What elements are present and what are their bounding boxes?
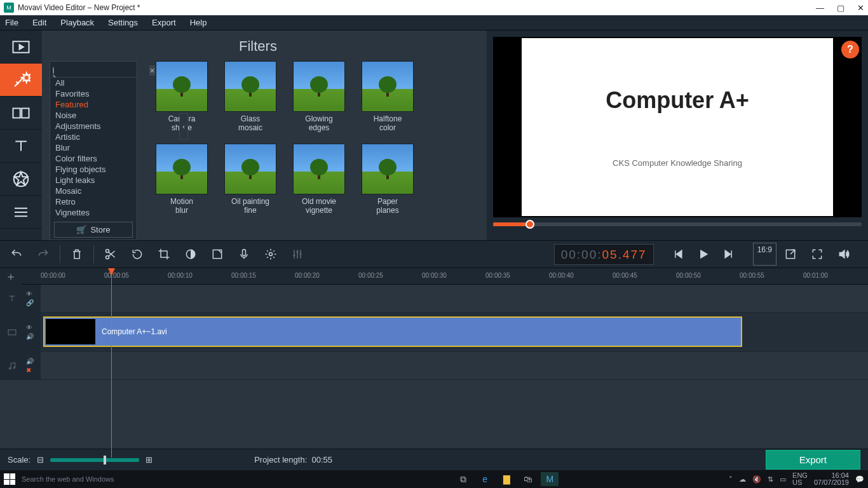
maximize-button[interactable]: ▢: [837, 3, 844, 13]
playhead[interactable]: [111, 268, 112, 458]
store-icon[interactable]: 🛍: [519, 472, 537, 486]
split-button[interactable]: [98, 243, 123, 266]
filter-thumb[interactable]: Halftonecolor: [355, 61, 421, 144]
clip-properties-button[interactable]: [205, 243, 230, 266]
audio-mixer-button[interactable]: [285, 243, 310, 266]
filter-category-favorites[interactable]: Favorites: [50, 88, 137, 99]
tool-titles[interactable]: [0, 130, 42, 163]
tray-volume-icon[interactable]: 🔇: [752, 475, 761, 484]
seek-thumb[interactable]: [526, 220, 534, 229]
filter-category-retro[interactable]: Retro: [50, 196, 137, 207]
filter-label: Paperplanes: [376, 197, 398, 215]
filter-thumb[interactable]: Paperplanes: [355, 144, 421, 226]
menu-edit[interactable]: Edit: [32, 18, 46, 27]
filter-thumb[interactable]: Oil paintingfine: [217, 144, 283, 226]
prev-frame-button[interactable]: [667, 243, 689, 266]
explorer-icon[interactable]: ▇: [498, 472, 515, 486]
tool-import[interactable]: [0, 30, 42, 64]
app-movavi-icon[interactable]: M: [541, 472, 559, 486]
filter-preview-icon: [362, 61, 414, 112]
start-button[interactable]: [4, 473, 15, 485]
tool-transitions[interactable]: [0, 97, 42, 130]
fullscreen-button[interactable]: [804, 243, 830, 266]
visibility-icon[interactable]: 👁: [26, 290, 34, 297]
timeline-ruler[interactable]: ＋ 00:00:0000:00:0500:00:1000:00:1500:00:…: [0, 268, 868, 285]
clear-search-button[interactable]: ✕: [149, 65, 155, 76]
aspect-ratio-selector[interactable]: 16:9: [753, 243, 776, 266]
scale-slider[interactable]: [50, 458, 139, 462]
filter-category-adjustments[interactable]: Adjustments: [50, 121, 137, 132]
collapse-categories-button[interactable]: ‹: [179, 113, 188, 140]
delete-button[interactable]: [64, 243, 90, 266]
redo-button[interactable]: [31, 243, 56, 266]
menu-export[interactable]: Export: [152, 18, 176, 27]
menu-bar: File Edit Playback Settings Export Help: [0, 15, 868, 30]
volume-button[interactable]: [831, 243, 857, 266]
color-adjust-button[interactable]: [178, 243, 203, 266]
zoom-in-button[interactable]: ⊞: [146, 455, 153, 464]
tray-clock[interactable]: 16:0407/07/2019: [814, 472, 849, 486]
crop-button[interactable]: [151, 243, 177, 266]
settings-button[interactable]: [258, 243, 283, 266]
play-button[interactable]: [692, 243, 715, 266]
mute-icon[interactable]: 🔊: [26, 358, 34, 365]
add-track-button[interactable]: ＋: [5, 269, 17, 284]
rotate-button[interactable]: [125, 243, 150, 266]
export-button[interactable]: Export: [766, 450, 860, 470]
tool-more[interactable]: [0, 196, 42, 229]
filter-thumb[interactable]: Motionblur: [149, 144, 215, 226]
ruler-mark: 00:00:40: [549, 272, 574, 279]
next-frame-button[interactable]: [717, 243, 740, 266]
filter-category-blur[interactable]: Blur: [50, 142, 137, 153]
task-view-icon[interactable]: ⧉: [454, 472, 472, 486]
store-button[interactable]: 🛒 Store: [54, 222, 133, 238]
filter-category-featured[interactable]: Featured: [50, 99, 137, 110]
menu-help[interactable]: Help: [190, 18, 207, 27]
filter-category-mosaic[interactable]: Mosaic: [50, 186, 137, 196]
timeline: ＋ 00:00:0000:00:0500:00:1000:00:1500:00:…: [0, 268, 868, 458]
tool-stickers[interactable]: [0, 163, 42, 196]
filter-thumb[interactable]: Glassmosaic: [217, 61, 283, 144]
filter-category-light-leaks[interactable]: Light leaks: [50, 175, 137, 186]
tray-network-icon[interactable]: ⇅: [768, 475, 773, 484]
svg-point-4: [14, 172, 29, 186]
minimize-button[interactable]: —: [816, 3, 824, 13]
audio-track[interactable]: 🔊✖: [0, 352, 868, 380]
fx-icon[interactable]: ✖: [26, 367, 34, 374]
timecode-display[interactable]: 00:00:05.477: [554, 244, 654, 265]
filter-category-color-filters[interactable]: Color filters: [50, 153, 137, 164]
title-track[interactable]: 👁🔗: [0, 285, 868, 313]
menu-playback[interactable]: Playback: [60, 18, 94, 27]
video-clip[interactable]: Computer A+~1.avi: [43, 316, 742, 347]
detach-preview-button[interactable]: [778, 243, 803, 266]
menu-settings[interactable]: Settings: [108, 18, 138, 27]
tray-notifications-icon[interactable]: 💬: [855, 475, 864, 484]
tray-battery-icon[interactable]: ▭: [780, 475, 786, 484]
mute-icon[interactable]: 🔊: [26, 333, 34, 340]
record-audio-button[interactable]: [231, 243, 257, 266]
filter-category-noise[interactable]: Noise: [50, 110, 137, 121]
help-button[interactable]: ?: [841, 41, 859, 58]
menu-file[interactable]: File: [5, 18, 18, 27]
filter-search-input[interactable]: [54, 66, 149, 75]
tray-onedrive-icon[interactable]: ☁: [739, 475, 746, 484]
filter-thumb[interactable]: Glowingedges: [286, 61, 352, 144]
filter-category-artistic[interactable]: Artistic: [50, 132, 137, 142]
filter-category-flying-objects[interactable]: Flying objects: [50, 164, 137, 175]
tray-lang[interactable]: ENGUS: [792, 472, 808, 486]
link-icon[interactable]: 🔗: [26, 299, 34, 306]
taskbar-search[interactable]: Search the web and Windows: [22, 475, 114, 483]
filter-label: Glowingedges: [305, 114, 332, 133]
seek-bar[interactable]: [493, 222, 862, 226]
tool-filters[interactable]: [0, 64, 42, 97]
undo-button[interactable]: [4, 243, 29, 266]
video-track[interactable]: 👁🔊 Computer A+~1.avi: [0, 313, 868, 352]
zoom-out-button[interactable]: ⊟: [37, 455, 44, 464]
close-button[interactable]: ✕: [857, 3, 864, 13]
tray-up-icon[interactable]: ˄: [729, 475, 733, 484]
filter-category-vignettes[interactable]: Vignettes: [50, 207, 137, 218]
visibility-icon[interactable]: 👁: [26, 324, 34, 331]
filter-category-all[interactable]: All: [50, 78, 137, 88]
filter-thumb[interactable]: Old movievignette: [286, 144, 352, 226]
edge-icon[interactable]: e: [476, 472, 494, 486]
